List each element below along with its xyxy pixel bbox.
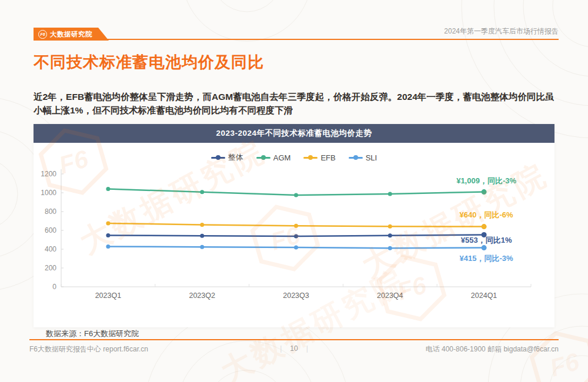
data-point xyxy=(106,233,110,237)
x-category-label: 2023Q4 xyxy=(377,291,403,300)
y-tick-label: 600 xyxy=(45,226,56,234)
data-point xyxy=(388,192,392,196)
legend-marker-icon xyxy=(349,155,363,160)
y-tick-label: 200 xyxy=(45,264,56,272)
value-annotation-SLI: ¥415，同比-3% xyxy=(460,253,513,264)
value-annotation-AGM: ¥1,009，同比-3% xyxy=(456,176,516,186)
report-title: 2024年第一季度汽车后市场行情报告 xyxy=(444,26,559,36)
x-category-label: 2023Q1 xyxy=(95,291,122,300)
data-point xyxy=(294,234,298,238)
legend-label: AGM xyxy=(273,153,291,162)
page-number: 10 xyxy=(290,344,298,353)
data-point xyxy=(294,245,298,249)
value-annotation-EFB: ¥640，同比-6% xyxy=(460,210,513,220)
chart-legend: 整体AGMEFBSLI xyxy=(34,152,554,163)
y-tick-label: 0 xyxy=(52,283,56,291)
y-tick-label: 800 xyxy=(45,207,56,216)
data-point xyxy=(200,223,204,227)
legend-item-EFB[interactable]: EFB xyxy=(303,153,335,162)
data-point xyxy=(200,190,204,194)
f6-logo-icon: F6 xyxy=(38,30,47,39)
data-point xyxy=(388,224,392,229)
data-point xyxy=(106,244,110,249)
x-category-label: 2024Q1 xyxy=(471,291,497,300)
y-tick-label: 1200 xyxy=(41,170,56,178)
data-point xyxy=(482,189,487,195)
page-number-separator: | xyxy=(280,344,282,353)
page-number-separator: | xyxy=(306,344,308,353)
brand-logo-banner: F6 大数据研究院 xyxy=(34,28,109,41)
data-point xyxy=(200,245,204,249)
legend-label: 整体 xyxy=(228,152,243,163)
legend-label: EFB xyxy=(320,153,335,162)
x-category-label: 2023Q2 xyxy=(189,291,215,300)
legend-label: SLI xyxy=(366,153,377,162)
data-point xyxy=(388,233,392,237)
data-point xyxy=(294,224,298,228)
legend-marker-icon xyxy=(303,155,318,160)
x-category-label: 2023Q3 xyxy=(283,291,309,300)
legend-item-SLI[interactable]: SLI xyxy=(349,153,377,162)
footer-contact: 电话 400-806-1900 邮箱 bigdata@f6car.cn xyxy=(426,344,559,354)
summary-paragraph: 近2年，EFB蓄电池均价整体呈下滑走势，而AGM蓄电池自去年三季度起，价格开始反… xyxy=(34,90,559,117)
legend-item-AGM[interactable]: AGM xyxy=(256,153,291,162)
footer-divider xyxy=(29,339,559,340)
y-tick-label: 1000 xyxy=(41,189,56,197)
legend-item-整体[interactable]: 整体 xyxy=(211,152,243,163)
data-point xyxy=(106,222,110,226)
data-point xyxy=(388,246,392,250)
data-point xyxy=(200,234,204,238)
data-point xyxy=(482,224,487,229)
chart-body: 整体AGMEFBSLI 0200400600800100012002023Q12… xyxy=(34,143,554,327)
legend-marker-icon xyxy=(211,155,225,160)
data-point xyxy=(482,245,487,250)
header-divider xyxy=(34,39,559,40)
chart-card: 2023-2024年不同技术标准蓄电池均价走势 整体AGMEFBSLI 0200… xyxy=(34,124,554,327)
chart-card-header: 2023-2024年不同技术标准蓄电池均价走势 xyxy=(34,124,554,143)
y-tick-label: 400 xyxy=(45,245,56,253)
data-point xyxy=(294,193,298,197)
value-annotation-整体: ¥553，同比1% xyxy=(461,235,512,246)
page-title: 不同技术标准蓄电池均价及同比 xyxy=(34,52,264,73)
data-source-note: 数据来源：F6大数据研究院 xyxy=(46,329,139,339)
legend-marker-icon xyxy=(256,155,270,160)
brand-logo-text: 大数据研究院 xyxy=(50,30,92,39)
data-point xyxy=(106,187,110,191)
